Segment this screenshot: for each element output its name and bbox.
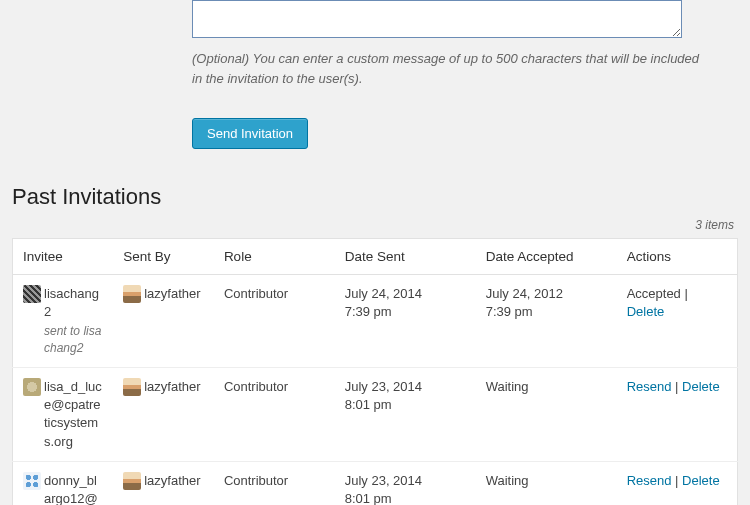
date-sent-line1: July 23, 2014 [345,378,466,396]
delete-link[interactable]: Delete [682,379,720,394]
status-label: Accepted [627,286,681,301]
custom-message-input[interactable] [192,0,682,38]
table-row: lisachang2 sent to lisachang2 lazyfather… [13,275,738,368]
invitee-name: donny_blargo12@gmail.co.uk [44,473,98,505]
date-accepted-line1: Waiting [486,472,607,490]
date-sent-line2: 8:01 pm [345,396,466,414]
role-value: Contributor [214,461,335,505]
date-sent-line2: 8:01 pm [345,490,466,505]
past-invitations-table: Invitee Sent By Role Date Sent Date Acce… [12,238,738,505]
resend-link[interactable]: Resend [627,473,672,488]
resend-link[interactable]: Resend [627,379,672,394]
date-accepted-line1: July 24, 2012 [486,285,607,303]
invitee-avatar-icon [23,378,41,396]
col-header-sentby[interactable]: Sent By [113,239,214,275]
table-row: donny_blargo12@gmail.co.uk lazyfather Co… [13,461,738,505]
sent-by-name: lazyfather [144,378,204,396]
sent-to-label: sent to [44,324,80,338]
send-invitation-button[interactable]: Send Invitation [192,118,308,149]
date-sent-line1: July 24, 2014 [345,285,466,303]
invitee-name: lisachang2 [44,286,99,319]
sender-avatar-icon [123,285,141,303]
sent-by-name: lazyfather [144,285,204,303]
sender-avatar-icon [123,472,141,490]
custom-message-hint: (Optional) You can enter a custom messag… [192,49,712,88]
date-sent-line2: 7:39 pm [345,303,466,321]
date-accepted-line2: 7:39 pm [486,303,607,321]
role-value: Contributor [214,367,335,461]
col-header-actions[interactable]: Actions [617,239,738,275]
col-header-datesent[interactable]: Date Sent [335,239,476,275]
date-sent-line1: July 23, 2014 [345,472,466,490]
col-header-role[interactable]: Role [214,239,335,275]
items-count: 3 items [12,218,738,232]
invitee-name: lisa_d_luce@cpatreticsystems.org [44,379,102,449]
sent-by-name: lazyfather [144,472,204,490]
delete-link[interactable]: Delete [627,304,665,319]
sender-avatar-icon [123,378,141,396]
invitee-avatar-icon [23,285,41,303]
col-header-dateaccepted[interactable]: Date Accepted [476,239,617,275]
role-value: Contributor [214,275,335,368]
invitee-avatar-icon [23,472,41,490]
delete-link[interactable]: Delete [682,473,720,488]
date-accepted-line1: Waiting [486,378,607,396]
col-header-invitee[interactable]: Invitee [13,239,114,275]
past-invitations-heading: Past Invitations [12,184,738,210]
table-row: lisa_d_luce@cpatreticsystems.org lazyfat… [13,367,738,461]
